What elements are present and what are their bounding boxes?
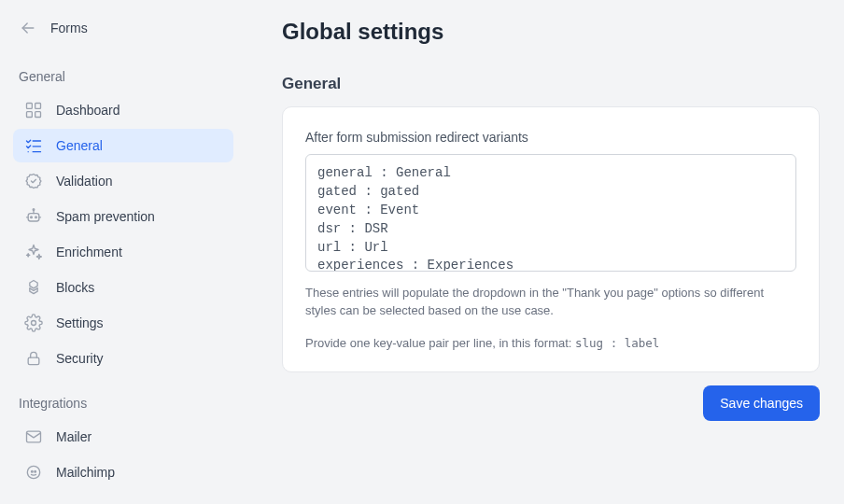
sidebar-item-label: Spam prevention xyxy=(56,209,155,224)
settings-card: After form submission redirect variants … xyxy=(282,106,820,372)
redirect-variants-label: After form submission redirect variants xyxy=(305,130,796,145)
svg-rect-3 xyxy=(35,112,41,118)
gear-icon xyxy=(24,314,43,332)
svg-rect-2 xyxy=(27,112,33,118)
svg-point-6 xyxy=(31,217,33,218)
checklist-icon xyxy=(24,136,43,155)
sidebar-item-general[interactable]: General xyxy=(13,129,233,162)
sidebar-item-label: General xyxy=(56,138,103,153)
sidebar-item-label: Settings xyxy=(56,315,104,330)
sidebar-item-dashboard[interactable]: Dashboard xyxy=(13,93,233,127)
arrow-left-icon xyxy=(19,19,37,37)
redirect-variants-help-1: These entries will populate the dropdown… xyxy=(305,285,796,320)
redirect-variants-help-2: Provide one key-value pair per line, in … xyxy=(305,335,796,353)
sidebar-item-settings[interactable]: Settings xyxy=(13,306,233,340)
svg-point-5 xyxy=(33,209,35,211)
save-changes-button[interactable]: Save changes xyxy=(703,385,820,421)
sidebar-group-header-integrations: Integrations xyxy=(13,392,233,414)
redirect-variants-help-2-code: slug : label xyxy=(575,336,659,350)
sidebar-item-label: Mailer xyxy=(56,429,91,444)
svg-rect-0 xyxy=(27,104,33,109)
svg-point-11 xyxy=(27,466,39,478)
sidebar-item-label: Blocks xyxy=(56,280,94,295)
dashboard-icon xyxy=(24,101,43,119)
page-title: Global settings xyxy=(282,19,820,45)
packages-icon xyxy=(24,278,43,297)
sidebar-item-validation[interactable]: Validation xyxy=(13,164,233,198)
section-title-general: General xyxy=(282,75,820,93)
sidebar-item-spam-prevention[interactable]: Spam prevention xyxy=(13,200,233,233)
sidebar-item-label: Validation xyxy=(56,174,112,189)
sidebar-item-label: Security xyxy=(56,351,104,366)
svg-point-7 xyxy=(35,217,37,218)
redirect-variants-textarea[interactable] xyxy=(305,154,796,272)
sidebar-group-header-general: General xyxy=(13,65,233,88)
main-content: Global settings General After form submi… xyxy=(246,0,844,504)
sidebar-item-security[interactable]: Security xyxy=(13,342,233,375)
svg-point-13 xyxy=(35,470,36,472)
sidebar-item-label: Dashboard xyxy=(56,103,120,118)
sidebar-item-label: Mailchimp xyxy=(56,465,115,480)
sparkles-icon xyxy=(24,243,43,261)
sidebar-item-label: Enrichment xyxy=(56,245,122,259)
svg-rect-10 xyxy=(27,431,41,442)
redirect-variants-help-2-text: Provide one key-value pair per line, in … xyxy=(305,336,575,350)
svg-rect-4 xyxy=(28,214,39,221)
svg-rect-1 xyxy=(35,104,41,109)
sidebar-item-mailer[interactable]: Mailer xyxy=(13,420,233,454)
form-actions: Save changes xyxy=(282,385,820,421)
sidebar: Forms General Dashboard General Validati… xyxy=(0,0,246,504)
back-to-forms[interactable]: Forms xyxy=(13,13,233,43)
sidebar-item-enrichment[interactable]: Enrichment xyxy=(13,235,233,269)
badge-check-icon xyxy=(24,172,43,190)
mailchimp-icon xyxy=(24,463,43,482)
lock-icon xyxy=(24,349,43,368)
sidebar-item-mailchimp[interactable]: Mailchimp xyxy=(13,455,233,489)
envelope-icon xyxy=(24,427,43,446)
svg-rect-9 xyxy=(28,357,39,365)
svg-point-12 xyxy=(32,470,34,472)
svg-point-8 xyxy=(32,321,36,326)
back-label: Forms xyxy=(50,21,88,35)
sidebar-item-blocks[interactable]: Blocks xyxy=(13,271,233,304)
bot-icon xyxy=(24,207,43,226)
